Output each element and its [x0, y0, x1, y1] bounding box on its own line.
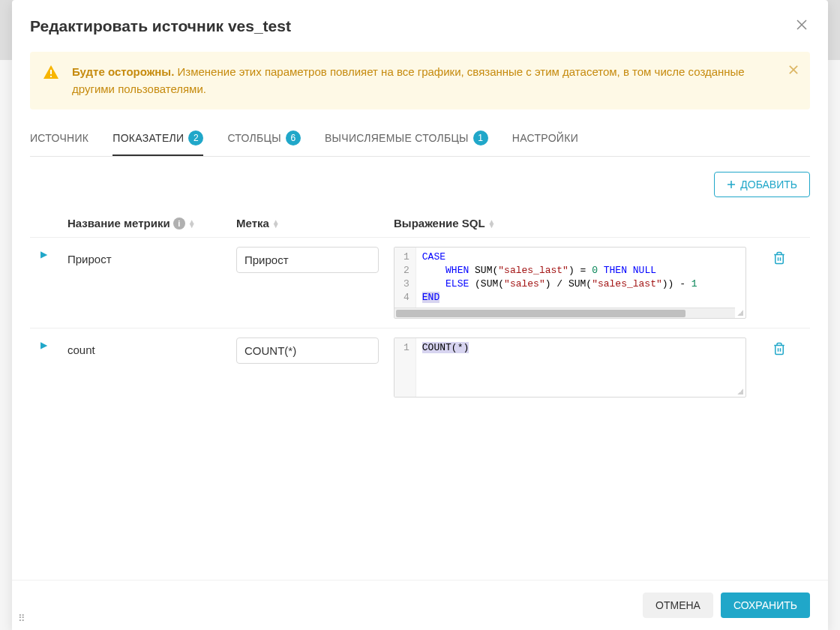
modal-footer: ОТМЕНА СОХРАНИТЬ	[12, 580, 828, 630]
columns-count-badge: 6	[286, 130, 301, 146]
warning-alert: Будте осторожны. Изменение этих параметр…	[30, 52, 810, 110]
svg-rect-0	[50, 70, 52, 74]
header-metric-name[interactable]: Название метрики i ▲▼	[60, 217, 236, 230]
label-input[interactable]	[236, 338, 379, 364]
tab-calculated-columns[interactable]: ВЫЧИСЛЯЕМЫЕ СТОЛБЦЫ1	[325, 122, 488, 156]
warning-icon	[42, 64, 60, 82]
drag-handle-icon[interactable]: ⠿	[18, 613, 26, 624]
metric-name: Прирост	[68, 247, 236, 266]
svg-rect-1	[50, 76, 52, 77]
code-content[interactable]: COUNT(*)	[416, 338, 746, 397]
sql-editor[interactable]: 1 COUNT(*)	[394, 338, 746, 398]
delete-button[interactable]	[768, 247, 790, 272]
trash-icon	[772, 251, 786, 265]
cancel-button[interactable]: ОТМЕНА	[643, 592, 713, 618]
tabs: ИСТОЧНИК ПОКАЗАТЕЛИ2 СТОЛБЦЫ6 ВЫЧИСЛЯЕМЫ…	[30, 122, 810, 157]
metrics-count-badge: 2	[188, 130, 203, 146]
tab-metrics[interactable]: ПОКАЗАТЕЛИ2	[112, 122, 203, 156]
sort-icon: ▲▼	[272, 220, 280, 227]
plus-icon	[727, 180, 736, 189]
expand-toggle[interactable]: ▶	[30, 243, 47, 260]
save-button[interactable]: СОХРАНИТЬ	[721, 592, 810, 618]
line-gutter: 1	[394, 338, 416, 397]
modal-header: Редактировать источник ves_test	[12, 0, 828, 52]
calc-count-badge: 1	[473, 130, 488, 146]
table-header: Название метрики i ▲▼ Метка ▲▼ Выражение…	[30, 209, 810, 237]
expand-toggle[interactable]: ▶	[30, 334, 47, 350]
label-input[interactable]	[236, 247, 379, 273]
close-icon	[789, 65, 798, 74]
info-icon: i	[173, 218, 185, 230]
close-icon	[796, 20, 807, 30]
tab-settings[interactable]: НАСТРОЙКИ	[512, 122, 578, 156]
delete-button[interactable]	[768, 338, 790, 362]
edit-datasource-modal: Редактировать источник ves_test Будте ос…	[12, 0, 828, 630]
sort-icon: ▲▼	[488, 220, 496, 227]
table-row: ▶ Прирост 1234 CASE WHEN SUM("sales_last…	[30, 237, 810, 328]
warning-text: Будте осторожны. Изменение этих параметр…	[72, 64, 780, 98]
alert-close-button[interactable]	[789, 64, 798, 77]
horizontal-scrollbar[interactable]	[394, 308, 735, 318]
header-sql[interactable]: Выражение SQL ▲▼	[394, 217, 768, 230]
sort-icon: ▲▼	[188, 220, 196, 227]
tab-columns[interactable]: СТОЛБЦЫ6	[227, 122, 301, 156]
table-row: ▶ count 1 COUNT(*)	[30, 328, 810, 406]
header-label[interactable]: Метка ▲▼	[236, 217, 394, 230]
add-button[interactable]: ДОБАВИТЬ	[714, 172, 810, 197]
resize-handle[interactable]	[735, 308, 744, 316]
tab-source[interactable]: ИСТОЧНИК	[30, 122, 88, 156]
metrics-table: Название метрики i ▲▼ Метка ▲▼ Выражение…	[30, 209, 810, 406]
sql-editor[interactable]: 1234 CASE WHEN SUM("sales_last") = 0 THE…	[394, 247, 746, 319]
modal-title: Редактировать источник ves_test	[30, 17, 291, 35]
close-button[interactable]	[794, 15, 810, 37]
metric-name: count	[68, 338, 236, 356]
resize-handle[interactable]	[735, 386, 744, 395]
trash-icon	[772, 342, 786, 356]
